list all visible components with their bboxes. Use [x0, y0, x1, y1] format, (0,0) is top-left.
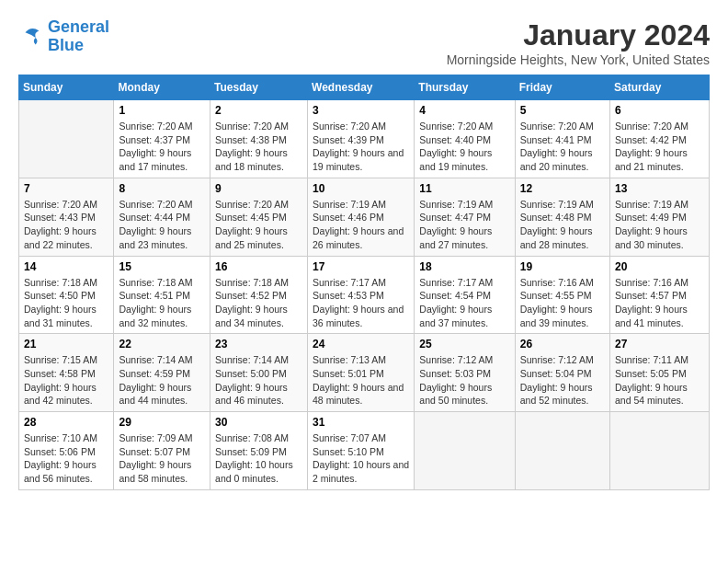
cell-content: Sunrise: 7:16 AM Sunset: 4:55 PM Dayligh…	[520, 276, 605, 330]
day-number: 24	[313, 338, 409, 350]
calendar-cell: 16 Sunrise: 7:18 AM Sunset: 4:52 PM Dayl…	[210, 256, 308, 334]
calendar-cell: 19 Sunrise: 7:16 AM Sunset: 4:55 PM Dayl…	[515, 256, 609, 334]
logo-bird-icon	[18, 24, 44, 50]
header-saturday: Saturday	[610, 75, 710, 100]
calendar-cell: 1 Sunrise: 7:20 AM Sunset: 4:37 PM Dayli…	[114, 100, 210, 178]
cell-content: Sunrise: 7:20 AM Sunset: 4:42 PM Dayligh…	[615, 120, 704, 174]
cell-content: Sunrise: 7:15 AM Sunset: 4:58 PM Dayligh…	[24, 353, 108, 408]
calendar-cell: 4 Sunrise: 7:20 AM Sunset: 4:40 PM Dayli…	[415, 100, 515, 178]
day-number: 17	[313, 260, 409, 273]
cell-content: Sunrise: 7:20 AM Sunset: 4:38 PM Dayligh…	[215, 120, 302, 174]
cell-content: Sunrise: 7:09 AM Sunset: 5:07 PM Dayligh…	[119, 431, 205, 486]
logo-line2: Blue	[48, 36, 84, 54]
cell-content: Sunrise: 7:13 AM Sunset: 5:01 PM Dayligh…	[313, 353, 409, 408]
logo: General Blue	[18, 18, 109, 55]
cell-content: Sunrise: 7:20 AM Sunset: 4:37 PM Dayligh…	[119, 120, 205, 174]
day-number: 3	[313, 104, 409, 117]
calendar-cell: 10 Sunrise: 7:19 AM Sunset: 4:46 PM Dayl…	[308, 178, 415, 256]
calendar-cell: 15 Sunrise: 7:18 AM Sunset: 4:51 PM Dayl…	[114, 256, 210, 334]
day-number: 8	[119, 182, 205, 195]
day-number: 26	[520, 338, 605, 350]
logo-line1: General	[48, 17, 109, 36]
calendar-week-2: 7 Sunrise: 7:20 AM Sunset: 4:43 PM Dayli…	[19, 178, 710, 256]
calendar-table: SundayMondayTuesdayWednesdayThursdayFrid…	[18, 75, 710, 490]
cell-content: Sunrise: 7:19 AM Sunset: 4:47 PM Dayligh…	[419, 198, 509, 252]
calendar-week-4: 21 Sunrise: 7:15 AM Sunset: 4:58 PM Dayl…	[19, 334, 710, 412]
month-title: January 2024	[447, 18, 710, 52]
calendar-cell: 8 Sunrise: 7:20 AM Sunset: 4:44 PM Dayli…	[114, 178, 210, 256]
calendar-cell: 24 Sunrise: 7:13 AM Sunset: 5:01 PM Dayl…	[308, 334, 415, 412]
calendar-cell: 21 Sunrise: 7:15 AM Sunset: 4:58 PM Dayl…	[19, 334, 114, 412]
cell-content: Sunrise: 7:16 AM Sunset: 4:57 PM Dayligh…	[615, 276, 704, 330]
day-number: 27	[615, 338, 704, 350]
cell-content: Sunrise: 7:19 AM Sunset: 4:48 PM Dayligh…	[520, 198, 605, 252]
calendar-cell: 27 Sunrise: 7:11 AM Sunset: 5:05 PM Dayl…	[610, 334, 710, 412]
cell-content: Sunrise: 7:19 AM Sunset: 4:46 PM Dayligh…	[313, 198, 409, 252]
calendar-cell: 22 Sunrise: 7:14 AM Sunset: 4:59 PM Dayl…	[114, 334, 210, 412]
calendar-cell	[415, 412, 515, 490]
header-thursday: Thursday	[415, 75, 515, 100]
calendar-cell: 11 Sunrise: 7:19 AM Sunset: 4:47 PM Dayl…	[415, 178, 515, 256]
header-friday: Friday	[515, 75, 609, 100]
calendar-week-1: 1 Sunrise: 7:20 AM Sunset: 4:37 PM Dayli…	[19, 100, 710, 178]
calendar-week-5: 28 Sunrise: 7:10 AM Sunset: 5:06 PM Dayl…	[19, 412, 710, 490]
day-number: 6	[615, 104, 704, 117]
day-number: 5	[520, 104, 605, 117]
day-number: 19	[520, 260, 605, 273]
calendar-cell: 17 Sunrise: 7:17 AM Sunset: 4:53 PM Dayl…	[308, 256, 415, 334]
header-monday: Monday	[114, 75, 210, 100]
day-number: 1	[119, 104, 205, 117]
cell-content: Sunrise: 7:12 AM Sunset: 5:03 PM Dayligh…	[419, 353, 509, 408]
cell-content: Sunrise: 7:12 AM Sunset: 5:04 PM Dayligh…	[520, 353, 605, 408]
logo-text: General Blue	[48, 18, 109, 55]
calendar-cell: 13 Sunrise: 7:19 AM Sunset: 4:49 PM Dayl…	[610, 178, 710, 256]
calendar-cell: 18 Sunrise: 7:17 AM Sunset: 4:54 PM Dayl…	[415, 256, 515, 334]
day-number: 22	[119, 338, 205, 350]
day-number: 4	[419, 104, 509, 117]
calendar-cell	[610, 412, 710, 490]
header-sunday: Sunday	[19, 75, 114, 100]
cell-content: Sunrise: 7:20 AM Sunset: 4:39 PM Dayligh…	[313, 120, 409, 174]
calendar-cell: 3 Sunrise: 7:20 AM Sunset: 4:39 PM Dayli…	[308, 100, 415, 178]
day-number: 20	[615, 260, 704, 273]
location-subtitle: Morningside Heights, New York, United St…	[447, 52, 710, 67]
day-number: 25	[419, 338, 509, 350]
cell-content: Sunrise: 7:10 AM Sunset: 5:06 PM Dayligh…	[24, 431, 108, 486]
calendar-cell: 9 Sunrise: 7:20 AM Sunset: 4:45 PM Dayli…	[210, 178, 308, 256]
cell-content: Sunrise: 7:20 AM Sunset: 4:45 PM Dayligh…	[215, 198, 302, 252]
calendar-cell: 25 Sunrise: 7:12 AM Sunset: 5:03 PM Dayl…	[415, 334, 515, 412]
day-number: 11	[419, 182, 509, 195]
header-tuesday: Tuesday	[210, 75, 308, 100]
calendar-cell: 30 Sunrise: 7:08 AM Sunset: 5:09 PM Dayl…	[210, 412, 308, 490]
day-number: 12	[520, 182, 605, 195]
day-number: 9	[215, 182, 302, 195]
cell-content: Sunrise: 7:20 AM Sunset: 4:41 PM Dayligh…	[520, 120, 605, 174]
day-number: 10	[313, 182, 409, 195]
calendar-cell: 6 Sunrise: 7:20 AM Sunset: 4:42 PM Dayli…	[610, 100, 710, 178]
day-number: 30	[215, 416, 302, 429]
day-number: 28	[24, 416, 108, 429]
calendar-cell: 26 Sunrise: 7:12 AM Sunset: 5:04 PM Dayl…	[515, 334, 609, 412]
calendar-week-3: 14 Sunrise: 7:18 AM Sunset: 4:50 PM Dayl…	[19, 256, 710, 334]
cell-content: Sunrise: 7:17 AM Sunset: 4:53 PM Dayligh…	[313, 276, 409, 330]
cell-content: Sunrise: 7:17 AM Sunset: 4:54 PM Dayligh…	[419, 276, 509, 330]
day-number: 31	[313, 416, 409, 429]
day-number: 21	[24, 338, 108, 350]
calendar-cell: 7 Sunrise: 7:20 AM Sunset: 4:43 PM Dayli…	[19, 178, 114, 256]
day-number: 15	[119, 260, 205, 273]
calendar-cell: 20 Sunrise: 7:16 AM Sunset: 4:57 PM Dayl…	[610, 256, 710, 334]
cell-content: Sunrise: 7:14 AM Sunset: 4:59 PM Dayligh…	[119, 353, 205, 408]
page-header: General Blue January 2024 Morningside He…	[18, 18, 710, 67]
cell-content: Sunrise: 7:20 AM Sunset: 4:43 PM Dayligh…	[24, 198, 108, 252]
header-wednesday: Wednesday	[308, 75, 415, 100]
cell-content: Sunrise: 7:19 AM Sunset: 4:49 PM Dayligh…	[615, 198, 704, 252]
day-number: 16	[215, 260, 302, 273]
calendar-header-row: SundayMondayTuesdayWednesdayThursdayFrid…	[19, 75, 710, 100]
cell-content: Sunrise: 7:20 AM Sunset: 4:40 PM Dayligh…	[419, 120, 509, 174]
calendar-cell: 14 Sunrise: 7:18 AM Sunset: 4:50 PM Dayl…	[19, 256, 114, 334]
calendar-cell: 23 Sunrise: 7:14 AM Sunset: 5:00 PM Dayl…	[210, 334, 308, 412]
day-number: 13	[615, 182, 704, 195]
cell-content: Sunrise: 7:18 AM Sunset: 4:50 PM Dayligh…	[24, 276, 108, 330]
cell-content: Sunrise: 7:08 AM Sunset: 5:09 PM Dayligh…	[215, 431, 302, 486]
day-number: 14	[24, 260, 108, 273]
